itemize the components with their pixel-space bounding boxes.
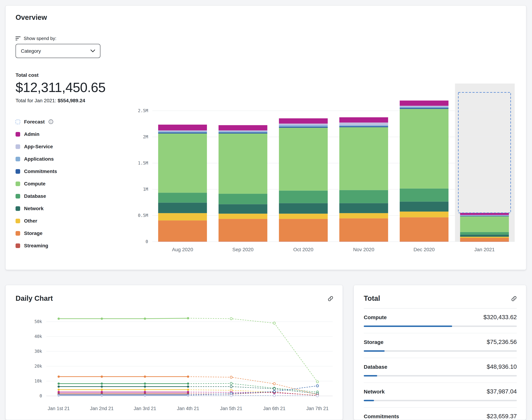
point-forecast-app-service bbox=[273, 394, 276, 397]
period-total: Total for Jan 2021: $554,989.24 bbox=[15, 98, 125, 103]
legend-label: Storage bbox=[24, 230, 42, 236]
legend-swatch bbox=[15, 157, 20, 161]
legend-label: App-Service bbox=[24, 144, 53, 149]
daily-line-chart[interactable]: 010k20k30k40k50kJan 1st 21Jan 2nd 21Jan … bbox=[11, 309, 338, 419]
x-axis-label: Nov 2020 bbox=[353, 247, 374, 252]
bar-segment-app-service bbox=[279, 124, 328, 125]
total-row-amount: $75,236.56 bbox=[487, 339, 517, 346]
legend-item-app-service[interactable]: App-Service bbox=[15, 144, 125, 149]
point-actual-storage bbox=[58, 375, 60, 378]
y-axis-tick: 0 bbox=[40, 393, 42, 398]
bar-segment-compute bbox=[460, 216, 509, 232]
bar-segment-commitments bbox=[460, 216, 509, 216]
bar-segment-admin bbox=[158, 125, 207, 130]
total-row-storage[interactable]: Storage$75,236.56 bbox=[364, 333, 517, 358]
legend-item-applications[interactable]: Applications bbox=[15, 156, 125, 162]
total-row-label: Commitments bbox=[364, 413, 399, 419]
y-axis-tick: 50k bbox=[34, 319, 42, 324]
bar-segment-storage bbox=[158, 220, 207, 241]
total-row-label: Compute bbox=[364, 314, 387, 320]
legend-item-admin[interactable]: Admin bbox=[15, 131, 125, 137]
bar-segment-streaming bbox=[460, 241, 509, 242]
bar-segment-database bbox=[158, 193, 207, 203]
bar-segment-compute bbox=[400, 109, 448, 189]
total-row-progress-fill bbox=[364, 400, 374, 401]
legend-item-streaming[interactable]: Streaming bbox=[15, 243, 125, 248]
point-actual-storage bbox=[144, 375, 146, 378]
bar-segment-network bbox=[460, 235, 509, 237]
chart-legend: ForecastAdminApp-ServiceApplicationsComm… bbox=[15, 119, 125, 248]
bar-segment-other bbox=[400, 211, 448, 217]
period-total-amount: $554,989.24 bbox=[58, 98, 85, 103]
total-row-progress-fill bbox=[364, 350, 385, 352]
bar-segment-streaming bbox=[158, 241, 207, 242]
x-axis-label: Jan 6th 21 bbox=[263, 406, 285, 411]
y-axis-tick: 0 bbox=[146, 239, 148, 244]
line-forecast-commitments bbox=[188, 386, 317, 395]
point-forecast-app-service bbox=[230, 394, 232, 397]
monthly-stacked-bar-chart[interactable]: 00.5M1M1.5M2M2.5MAug 2020Sep 2020Oct 202… bbox=[131, 81, 522, 259]
x-axis-label: Jan 2021 bbox=[474, 247, 495, 252]
point-actual-other bbox=[144, 389, 146, 391]
legend-item-compute[interactable]: Compute bbox=[15, 181, 125, 186]
point-actual-storage bbox=[101, 375, 103, 378]
total-row-database[interactable]: Database$48,936.10 bbox=[364, 358, 517, 383]
total-row-commitments[interactable]: Commitments$23,659.37 bbox=[364, 408, 517, 420]
total-row-amount: $23,659.37 bbox=[487, 413, 517, 420]
point-actual-other bbox=[101, 389, 103, 391]
x-axis-label: Sep 2020 bbox=[232, 247, 254, 252]
bar-segment-database bbox=[219, 194, 267, 204]
total-link-button[interactable] bbox=[511, 296, 517, 301]
total-rows: Compute$320,433.62Storage$75,236.56Datab… bbox=[364, 309, 517, 420]
point-actual-network bbox=[101, 386, 103, 388]
bar-segment-compute bbox=[219, 134, 267, 194]
total-title: Total bbox=[364, 294, 380, 302]
legend-item-database[interactable]: Database bbox=[15, 193, 125, 199]
bar-segment-streaming bbox=[279, 241, 328, 242]
legend-item-network[interactable]: Network bbox=[15, 206, 125, 211]
bar-segment-admin bbox=[460, 213, 509, 215]
group-by-dropdown[interactable]: Category bbox=[15, 44, 100, 58]
total-row-compute[interactable]: Compute$320,433.62 bbox=[364, 309, 517, 333]
legend-label: Applications bbox=[24, 156, 54, 162]
info-icon[interactable] bbox=[49, 119, 54, 124]
point-actual-other bbox=[187, 389, 189, 391]
x-axis-label: Jan 3rd 21 bbox=[134, 406, 156, 411]
total-row-network[interactable]: Network$37,987.04 bbox=[364, 383, 517, 408]
bar-segment-compute bbox=[339, 127, 388, 190]
legend-swatch bbox=[15, 181, 20, 186]
total-cost-label: Total cost bbox=[15, 72, 125, 78]
x-axis-label: Oct 2020 bbox=[293, 247, 313, 252]
legend-item-forecast[interactable]: Forecast bbox=[15, 119, 125, 125]
bar-segment-storage bbox=[279, 219, 328, 241]
legend-swatch bbox=[15, 132, 20, 136]
bar-segment-other bbox=[460, 237, 509, 238]
legend-item-storage[interactable]: Storage bbox=[15, 230, 125, 236]
y-axis-tick: 30k bbox=[34, 349, 42, 354]
bar-segment-applications bbox=[460, 215, 509, 216]
bar-segment-admin bbox=[219, 125, 267, 130]
link-icon bbox=[328, 296, 333, 301]
legend-item-other[interactable]: Other bbox=[15, 218, 125, 224]
point-forecast-compute bbox=[273, 322, 276, 324]
y-axis-tick: 10k bbox=[34, 379, 42, 384]
legend-label: Admin bbox=[24, 131, 39, 137]
bar-segment-streaming bbox=[400, 241, 448, 242]
y-axis-tick: 2.5M bbox=[138, 108, 148, 113]
daily-chart-link-button[interactable] bbox=[328, 296, 333, 301]
legend-label: Compute bbox=[24, 181, 45, 186]
total-row-progress-track bbox=[364, 400, 517, 401]
daily-chart-title: Daily Chart bbox=[15, 294, 53, 302]
bar-segment-storage bbox=[339, 218, 388, 241]
point-forecast-compute bbox=[316, 381, 319, 383]
point-forecast-compute bbox=[230, 317, 232, 320]
bar-segment-database bbox=[400, 189, 448, 202]
y-axis-tick: 0.5M bbox=[138, 213, 148, 218]
legend-item-commitments[interactable]: Commitments bbox=[15, 168, 125, 174]
bar-segment-network bbox=[219, 204, 267, 213]
forecast-swatch bbox=[15, 120, 20, 124]
daily-chart-header: Daily Chart bbox=[6, 285, 343, 302]
bar-segment-network bbox=[339, 203, 388, 213]
point-actual-app-service bbox=[144, 394, 146, 397]
bar-segment-network bbox=[158, 203, 207, 213]
